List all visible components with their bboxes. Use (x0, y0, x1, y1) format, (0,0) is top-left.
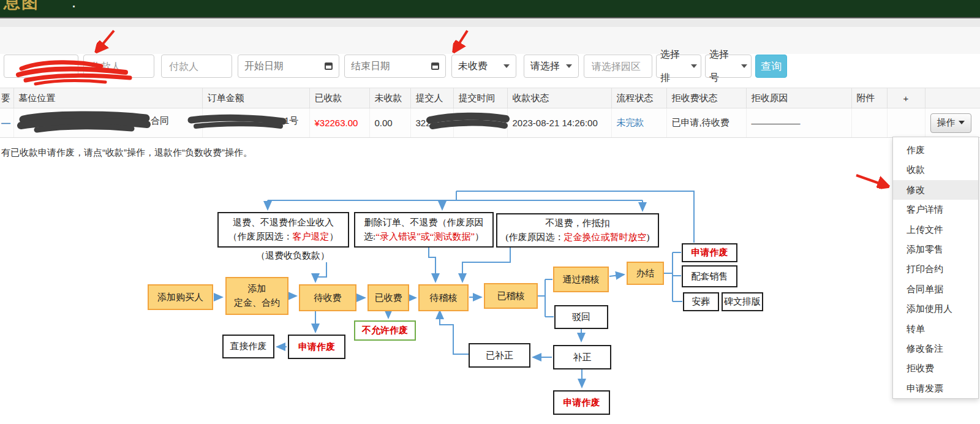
payer-input[interactable] (161, 55, 232, 78)
action-dropdown-button[interactable]: 操作 (930, 113, 971, 133)
col-header-reject-fee-status: 拒收费状态 (666, 88, 746, 108)
flow-label-negative-refund: （退费收负数款） (256, 250, 330, 262)
flow-node-apply-void-bottom: 申请作废 (553, 390, 610, 415)
flow-node-audit-passed: 通过稽核 (553, 267, 609, 292)
flow-node-package-sales: 配套销售 (682, 265, 737, 287)
menu-item-modify-remark[interactable]: 修改备注 (893, 339, 978, 358)
flow-note-refund-company-income: 退费、不退费作企业收入 （作废原因选：客户退定） (217, 212, 349, 248)
park-input[interactable] (584, 55, 652, 78)
flow-node-fee-collected: 已收费 (368, 284, 409, 311)
cell-paid: ¥32263.00 (309, 108, 369, 138)
flow-node-add-deposit-contract: 添加 定金、合约 (225, 277, 288, 315)
calendar-icon[interactable] (325, 62, 333, 70)
menu-item-customer-details[interactable]: 客户详情 (893, 200, 978, 219)
cell-process-status: 未完款 (611, 108, 666, 138)
payer-input-field[interactable] (168, 56, 228, 78)
col-header-attachment: 附件 (851, 88, 887, 108)
end-date-input[interactable]: 结束日期 (344, 55, 446, 78)
end-date-placeholder: 结束日期 (351, 55, 390, 78)
generic-select-value: 请选择 (530, 55, 560, 78)
header-gray-band (0, 18, 980, 27)
start-date-placeholder: 开始日期 (244, 55, 284, 78)
col-header-order-amount: 订单金额 (202, 88, 309, 108)
search-button[interactable]: 查询 (755, 55, 787, 78)
payee-input-field[interactable] (90, 56, 150, 78)
flow-note-no-refund-offset: 不退费，作抵扣 (作废原因选：定金换位或暂时放空) (496, 213, 659, 248)
menu-item-add-retail[interactable]: 添加零售 (893, 240, 978, 259)
menu-item-void[interactable]: 作废 (893, 140, 978, 160)
app-header-bar: 息图 · (0, 0, 980, 18)
chevron-down-icon (691, 64, 697, 68)
menu-item-modify[interactable]: 修改 (893, 180, 978, 200)
park-input-field[interactable] (590, 56, 648, 78)
fee-status-select[interactable]: 未收费 (451, 55, 516, 78)
generic-select[interactable]: 请选择 (524, 55, 579, 78)
flow-node-correction: 补正 (553, 345, 611, 369)
row-select[interactable]: 选择排 (656, 55, 701, 78)
flow-node-rejected: 驳回 (554, 305, 608, 329)
filter-bar: 开始日期 结束日期 未收费 请选择 选择排 选择号 查询 (0, 55, 980, 79)
grave-position-fragment: 1号 (284, 115, 298, 127)
menu-item-add-user[interactable]: 添加使用人 (893, 299, 978, 319)
action-dropdown-menu: 作废 收款 修改 客户详情 上传文件 添加零售 打印合约 合同单据 添加使用人 … (892, 137, 979, 399)
cell-actions: 操作 (925, 108, 980, 138)
flow-node-audited: 已稽核 (484, 283, 538, 309)
cell-submit-time (453, 108, 507, 138)
col-header-actions (925, 88, 980, 108)
number-select[interactable]: 选择号 (705, 55, 752, 78)
start-date-input[interactable]: 开始日期 (238, 55, 339, 78)
cell-submitter: 32263 (410, 108, 453, 138)
menu-item-print-contract[interactable]: 打印合约 (893, 259, 978, 279)
app-logo-partial-text: 息图 (4, 0, 39, 13)
caret-down-icon (959, 121, 965, 124)
flow-node-apply-void-left: 申请作废 (288, 335, 345, 359)
flow-node-pending-fee: 待收费 (299, 284, 356, 311)
flow-node-void-not-allowed: 不允许作废 (354, 320, 416, 341)
hint-text: 有已收款申请作废，请点“收款”操作，退款作“负数收费”操作。 (1, 147, 252, 159)
flow-note-delete-order: 删除订单、不退费（作废原因 选:“录入错误”或“测试数据”） (354, 212, 494, 248)
add-column-button[interactable]: + (887, 88, 925, 108)
col-header-submit-time: 提交时间 (453, 88, 507, 108)
number-select-value: 选择号 (709, 43, 737, 89)
annotation-arrow-modify (856, 175, 889, 187)
cell-grave-position (13, 108, 202, 138)
menu-item-transfer-order[interactable]: 转单 (893, 319, 978, 339)
col-header-unpaid: 未收款 (369, 88, 410, 108)
flow-node-corrected: 已补正 (469, 343, 530, 368)
flow-node-add-buyer: 添加购买人 (148, 284, 213, 310)
row-expander[interactable]: — (0, 108, 13, 138)
keyword-input-field[interactable] (10, 56, 74, 78)
fee-status-value: 未收费 (458, 55, 488, 78)
flow-node-conclude: 办结 (627, 262, 664, 285)
cell-unpaid: 0.00 (369, 108, 410, 138)
chevron-down-icon (503, 64, 510, 68)
menu-item-request-invoice[interactable]: 申请发票 (893, 379, 978, 398)
table-header-row: 要 墓位位置 订单金额 已收款 未收款 提交人 提交时间 收款状态 流程状态 拒… (0, 88, 980, 108)
cell-plus (887, 108, 925, 138)
menu-item-upload-file[interactable]: 上传文件 (893, 220, 978, 240)
row-select-value: 选择排 (660, 43, 687, 89)
app-header-dot: · (72, 1, 76, 13)
col-header-reject-reason: 拒收原因 (746, 88, 851, 108)
menu-item-reject-fee[interactable]: 拒收费 (893, 358, 978, 378)
col-header-summary: 要 (0, 88, 13, 108)
grave-position-fragment: 合同 (151, 115, 169, 127)
toolbar-background-band (0, 27, 980, 54)
flow-node-apply-void-top: 申请作废 (682, 243, 737, 262)
col-header-paid: 已收款 (309, 88, 369, 108)
col-header-grave-position: 墓位位置 (13, 88, 202, 108)
flow-node-direct-void: 直接作废 (222, 335, 274, 358)
orders-table: 要 墓位位置 订单金额 已收款 未收款 提交人 提交时间 收款状态 流程状态 拒… (0, 88, 980, 138)
payee-input[interactable] (83, 55, 154, 78)
flow-node-burial: 安葬 (683, 292, 719, 311)
col-header-collection-status: 收款状态 (507, 88, 611, 108)
cell-reject-reason: —————— (746, 108, 851, 138)
flow-node-inscription-layout: 碑文排版 (722, 292, 763, 311)
menu-item-contract-documents[interactable]: 合同单据 (893, 279, 978, 299)
flow-node-pending-audit: 待稽核 (418, 284, 469, 311)
menu-item-collect-payment[interactable]: 收款 (893, 160, 978, 180)
keyword-input[interactable] (4, 55, 78, 78)
cell-reject-fee-status: 已申请,待收费 (666, 108, 746, 138)
calendar-icon[interactable] (431, 62, 439, 70)
cell-attachment (851, 108, 887, 138)
